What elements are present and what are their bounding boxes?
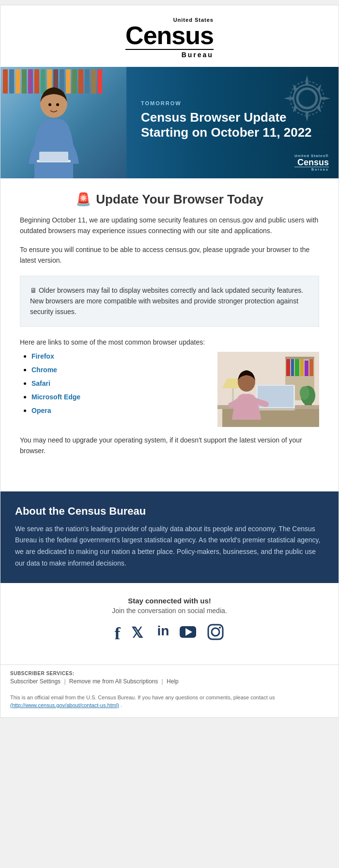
browser-flex-container: Firefox Chrome Safari Microsoft Edge Ope <box>20 352 319 427</box>
email-container: United States Census Bureau <box>0 5 339 718</box>
remove-subscriptions-link[interactable]: Remove me from All Subscriptions <box>69 678 158 685</box>
browser-photo <box>217 352 319 427</box>
subscriber-links: Subscriber Settings | Remove me from All… <box>10 678 329 685</box>
facebook-icon[interactable]: f <box>115 623 121 645</box>
logo-census-text: Census <box>125 23 214 48</box>
main-content: 🚨 Update Your Browser Today Beginning Oc… <box>0 178 339 482</box>
list-item: Chrome <box>31 365 208 374</box>
separator: | <box>162 678 165 685</box>
svg-rect-15 <box>305 361 308 376</box>
social-subtitle: Join the conversation on social media. <box>10 607 329 615</box>
upgrade-note: You may need to upgrade your operating s… <box>20 435 319 457</box>
twitter-icon[interactable]: 𝕏 <box>130 623 148 645</box>
hero-logo-census: Census <box>294 158 329 167</box>
subscriber-section: SUBSCRIBER SERVICES: Subscriber Settings… <box>0 664 339 689</box>
about-text: We serve as the nation's leading provide… <box>15 523 324 569</box>
social-section: Stay connected with us! Join the convers… <box>0 583 339 664</box>
hero-banner: TOMORROW Census Browser Update Starting … <box>0 67 339 178</box>
subscriber-label: SUBSCRIBER SERVICES: <box>10 671 329 676</box>
list-item: Firefox <box>31 352 208 361</box>
desk-scene-svg <box>217 352 319 427</box>
svg-point-32 <box>212 628 219 636</box>
footer-disclaimer: This is an official email from the U.S. … <box>0 689 339 717</box>
list-item: Microsoft Edge <box>31 393 208 401</box>
update-section-title: 🚨 Update Your Browser Today <box>20 192 319 207</box>
browser-list: Firefox Chrome Safari Microsoft Edge Ope <box>20 352 208 420</box>
svg-point-24 <box>300 386 309 400</box>
about-section: About the Census Bureau We serve as the … <box>0 491 339 583</box>
disclaimer-text: This is an official email from the U.S. … <box>10 694 275 700</box>
svg-rect-12 <box>291 359 294 376</box>
separator: | <box>64 678 67 685</box>
svg-text:𝕏: 𝕏 <box>131 625 143 641</box>
browser-section: Here are links to some of the most commo… <box>20 338 319 457</box>
svg-rect-10 <box>285 357 314 359</box>
social-icons-row: f 𝕏 in <box>10 623 329 645</box>
hero-photo <box>0 67 126 178</box>
body-paragraph-2: To ensure you will continue to be able t… <box>20 244 319 266</box>
hero-person-svg <box>10 81 97 178</box>
svg-rect-14 <box>300 359 304 376</box>
body-paragraph-1: Beginning October 11, we are updating so… <box>20 215 319 237</box>
period: . <box>121 702 122 708</box>
firefox-link[interactable]: Firefox <box>31 352 54 360</box>
chrome-link[interactable]: Chrome <box>31 366 57 374</box>
opera-link[interactable]: Opera <box>31 407 51 414</box>
gear-icon <box>283 74 331 123</box>
svg-rect-2 <box>39 152 68 161</box>
contact-link[interactable]: (http://www.census.gov/about/contact-us.… <box>10 702 119 708</box>
social-title: Stay connected with us! <box>10 597 329 605</box>
logo-bureau-text: Bureau <box>125 49 214 59</box>
list-item: Safari <box>31 379 208 388</box>
svg-rect-16 <box>309 359 313 376</box>
browser-intro: Here are links to some of the most commo… <box>20 338 319 346</box>
svg-rect-13 <box>295 359 299 376</box>
svg-rect-31 <box>208 625 223 639</box>
list-item: Opera <box>31 406 208 415</box>
hero-content: TOMORROW Census Browser Update Starting … <box>126 67 339 178</box>
book <box>3 69 8 94</box>
update-title-text: Update Your Browser Today <box>96 192 263 207</box>
svg-point-33 <box>219 627 221 629</box>
svg-point-4 <box>56 103 59 106</box>
linkedin-icon[interactable]: in <box>157 623 170 645</box>
hero-logo-bureau: Bureau <box>294 167 329 171</box>
info-box: 🖥 Older browsers may fail to display web… <box>20 276 319 327</box>
hero-logo-bottom: United States® Census Bureau <box>294 154 329 171</box>
book <box>97 69 102 94</box>
alarm-icon: 🚨 <box>76 192 91 207</box>
youtube-icon[interactable] <box>179 623 197 645</box>
email-header: United States Census Bureau <box>0 5 339 67</box>
subscriber-settings-link[interactable]: Subscriber Settings <box>10 678 61 685</box>
help-link[interactable]: Help <box>167 678 179 685</box>
safari-link[interactable]: Safari <box>31 379 50 387</box>
census-logo: United States Census Bureau <box>125 17 214 59</box>
svg-rect-11 <box>286 359 290 376</box>
svg-point-3 <box>48 103 51 106</box>
svg-point-5 <box>297 89 317 108</box>
microsoft-edge-link[interactable]: Microsoft Edge <box>31 393 80 401</box>
about-title: About the Census Bureau <box>15 505 324 518</box>
instagram-icon[interactable] <box>207 623 224 645</box>
